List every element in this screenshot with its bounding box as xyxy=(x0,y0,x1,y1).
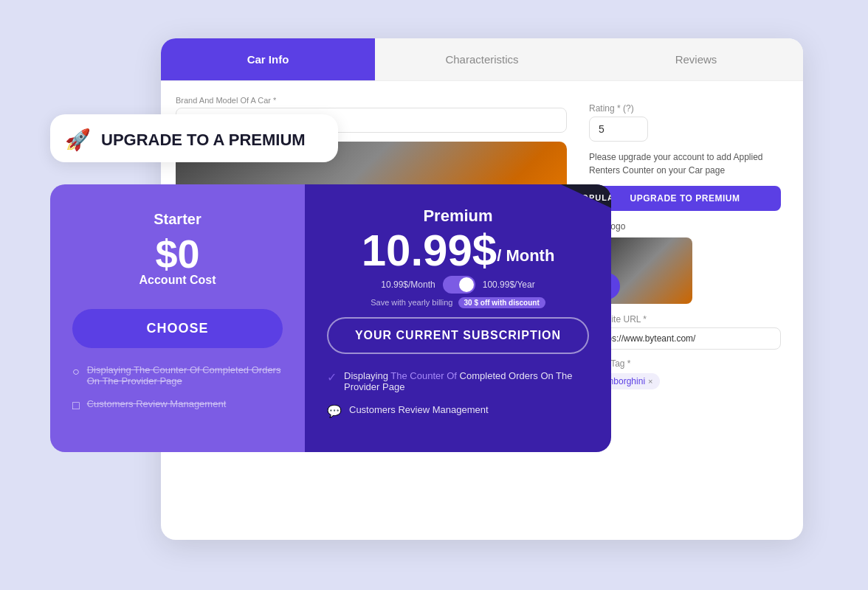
brand-label: Brand And Model Of A Car * xyxy=(176,96,567,105)
car-logo-label: Car Logo xyxy=(589,221,781,232)
rating-value: 5 xyxy=(589,117,648,142)
rating-label: Rating * (?) xyxy=(589,103,781,114)
premium-plan-name: Premium xyxy=(327,206,589,226)
check-circle-filled-icon: ✓ xyxy=(327,370,337,384)
save-row: Save with yearly billing 30 $ off with d… xyxy=(327,298,589,307)
tag-remove-icon[interactable]: × xyxy=(648,377,652,386)
car-info-right: Rating * (?) 5 Please upgrade your accou… xyxy=(582,96,788,397)
starter-plan-cost-label: Account Cost xyxy=(72,274,283,287)
comment-icon: □ xyxy=(72,399,80,412)
billing-toggle-row: 10.99$/Month 100.99$/Year xyxy=(327,276,589,294)
rocket-icon: 🚀 xyxy=(65,128,91,152)
pricing-container: Starter $0 Account Cost CHOOSE ○ Display… xyxy=(50,184,611,452)
upgrade-banner: 🚀 UPGRADE TO A PREMIUM xyxy=(50,114,338,162)
premium-feature-2-text: Customers Review Management xyxy=(349,404,489,415)
tabs-row: Car Info Characteristics Reviews xyxy=(161,38,803,81)
main-tag-label: Main Tag * xyxy=(589,358,781,369)
popular-badge: POPULAR xyxy=(561,184,611,208)
chat-icon: 💬 xyxy=(327,404,342,418)
starter-plan-price: $0 xyxy=(72,234,283,274)
starter-feature-2-text: Customers Review Management xyxy=(87,398,227,409)
monthly-text: 10.99$/Month xyxy=(381,280,435,290)
tab-reviews[interactable]: Reviews xyxy=(589,38,803,80)
upgrade-note: Please upgrade your account to add Appli… xyxy=(589,150,781,177)
starter-card: Starter $0 Account Cost CHOOSE ○ Display… xyxy=(50,184,305,452)
discount-badge: 30 $ off with discount xyxy=(458,297,545,308)
starter-feature-1-text: Displaying The Counter Of Completed Orde… xyxy=(87,364,283,386)
upgrade-premium-button[interactable]: UPGRADE TO PREMIUM xyxy=(589,186,781,211)
starter-plan-name: Starter xyxy=(72,211,283,228)
starter-feature-2: □ Customers Review Management xyxy=(72,398,283,412)
tab-characteristics[interactable]: Characteristics xyxy=(375,38,589,80)
check-circle-icon: ○ xyxy=(72,365,80,378)
premium-card: POPULAR Premium 10.99$ / Month 10.99$/Mo… xyxy=(305,184,611,452)
premium-price: 10.99$ xyxy=(362,229,497,273)
premium-feature-2: 💬 Customers Review Management xyxy=(327,404,589,418)
website-label: Website URL * xyxy=(589,314,781,324)
yearly-text: 100.99$/Year xyxy=(483,280,535,290)
upgrade-banner-text: UPGRADE TO A PREMIUM xyxy=(101,131,306,150)
premium-price-period: / Month xyxy=(497,246,554,266)
premium-feature-1: ✓ Displaying The Counter Of Completed Or… xyxy=(327,370,589,392)
starter-feature-1: ○ Displaying The Counter Of Completed Or… xyxy=(72,364,283,386)
billing-toggle[interactable] xyxy=(443,276,475,294)
choose-button[interactable]: CHOOSE xyxy=(72,309,283,348)
current-subscription-button[interactable]: YOUR CURRENT SUBSCRIPTION xyxy=(327,317,589,354)
tag-container: Lamborghini × xyxy=(589,373,781,389)
tab-car-info[interactable]: Car Info xyxy=(161,38,375,80)
premium-feature-1-text: Displaying The Counter Of Completed Orde… xyxy=(344,370,589,392)
website-value: https://www.byteant.com/ xyxy=(589,327,781,350)
